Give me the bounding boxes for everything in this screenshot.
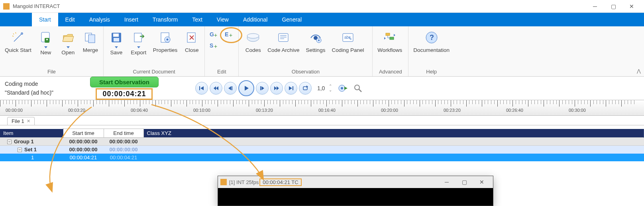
step-back-button[interactable] xyxy=(224,82,237,95)
quick-start-button[interactable]: Quick Start xyxy=(2,29,35,54)
merge-button[interactable]: Merge xyxy=(79,29,102,54)
workflows-icon xyxy=(382,30,398,46)
file-tab-1[interactable]: File 1 ✕ xyxy=(7,117,35,125)
close-file-icon xyxy=(184,30,200,46)
new-set-button[interactable]: S+ xyxy=(209,41,219,51)
ruler-tick-label: 00:26:40 xyxy=(506,108,523,113)
workflows-button[interactable]: Workflows xyxy=(374,29,405,54)
coding-panel-button[interactable]: abc Coding Panel xyxy=(328,29,367,54)
export-button[interactable]: Export xyxy=(128,29,150,56)
step-forward-button[interactable] xyxy=(256,82,269,95)
documentation-button[interactable]: ? Documentation xyxy=(410,29,453,54)
set-name: Set 1 xyxy=(24,147,37,153)
goto-end-button[interactable] xyxy=(285,82,297,95)
new-button[interactable]: New xyxy=(35,29,57,56)
collapse-toggle-icon[interactable]: − xyxy=(7,140,12,144)
app-icon xyxy=(3,3,10,10)
goto-start-button[interactable] xyxy=(195,82,208,95)
tab-view[interactable]: View xyxy=(210,13,236,26)
tab-general[interactable]: General xyxy=(275,13,309,26)
tab-text[interactable]: Text xyxy=(185,13,210,26)
group-start: 00:00:00:00 xyxy=(63,138,104,146)
video-window-timecode: 00:00:04:21 TC xyxy=(259,178,301,186)
sub-maximize-button[interactable]: ▢ xyxy=(456,176,473,188)
rewind-button[interactable] xyxy=(210,82,222,95)
properties-icon xyxy=(157,30,173,46)
tab-edit[interactable]: Edit xyxy=(58,13,82,26)
sub-minimize-button[interactable]: ─ xyxy=(438,176,456,188)
settings-button[interactable]: Settings xyxy=(303,29,329,54)
table-row-group[interactable]: −Group 1 00:00:00:00 00:00:00:00 xyxy=(0,138,644,146)
search-button[interactable] xyxy=(353,82,363,95)
close-button[interactable]: ✕ xyxy=(622,0,641,13)
file-tabs: File 1 ✕ xyxy=(0,116,644,125)
group-end: 00:00:00:00 xyxy=(104,138,143,146)
codes-icon xyxy=(245,30,261,46)
play-button[interactable] xyxy=(238,80,254,96)
properties-button[interactable]: Properties xyxy=(150,29,181,54)
open-button[interactable]: Open xyxy=(57,29,79,56)
tab-start[interactable]: Start xyxy=(32,13,58,26)
archive-icon xyxy=(275,30,291,46)
header-end-time[interactable]: End time xyxy=(104,129,143,138)
ruler-tick-label: 00:20:00 xyxy=(381,108,398,113)
set-start: 00:00:00:00 xyxy=(63,146,104,154)
svg-rect-51 xyxy=(293,86,293,90)
svg-point-55 xyxy=(341,87,343,89)
dropdown-icon xyxy=(137,46,140,49)
header-start-time[interactable]: Start time xyxy=(63,129,104,138)
svg-marker-43 xyxy=(228,86,231,90)
new-group-button[interactable]: G+ xyxy=(209,30,219,40)
video-window-body xyxy=(218,188,493,206)
data-table: Item Start time End time Class XYZ −Grou… xyxy=(0,129,644,161)
speed-down-icon[interactable]: ⌄ xyxy=(328,88,333,92)
event-start: 00:00:04:21 xyxy=(63,154,104,162)
tab-additional[interactable]: Additional xyxy=(236,13,275,26)
collapse-toggle-icon[interactable]: − xyxy=(18,148,22,152)
fast-forward-button[interactable] xyxy=(270,82,283,95)
codes-button[interactable]: Codes xyxy=(242,29,264,54)
save-button[interactable]: Save xyxy=(105,29,128,56)
code-archive-button[interactable]: Code Archive xyxy=(264,29,302,54)
group-file-label: File xyxy=(2,67,102,76)
ruler-tick-label: 00:06:40 xyxy=(131,108,148,113)
svg-rect-39 xyxy=(199,86,200,90)
header-class[interactable]: Class XYZ xyxy=(143,129,644,138)
table-row-event[interactable]: 1 00:00:04:21 00:00:04:21 xyxy=(0,154,644,162)
header-item[interactable]: Item xyxy=(0,129,63,138)
group-current-document: Save Export Properties Close Current Doc… xyxy=(104,26,205,76)
play-settings-button[interactable] xyxy=(338,82,349,95)
close-label: Close xyxy=(185,47,199,53)
minimize-button[interactable]: ─ xyxy=(586,0,604,13)
start-observation-button[interactable]: Start Observation xyxy=(90,77,159,87)
maximize-button[interactable]: ▢ xyxy=(604,0,622,13)
code-archive-label: Code Archive xyxy=(267,47,299,53)
merge-icon xyxy=(82,30,98,46)
tab-insert[interactable]: Insert xyxy=(117,13,145,26)
svg-point-16 xyxy=(166,39,168,41)
video-window[interactable]: [1] INT 25fps 00:00:04:21 TC ─ ▢ ✕ xyxy=(218,176,493,206)
ruler-tick-label: 00:03:20 xyxy=(68,108,85,113)
video-window-titlebar[interactable]: [1] INT 25fps 00:00:04:21 TC ─ ▢ ✕ xyxy=(218,176,493,188)
new-label: New xyxy=(40,50,51,55)
timeline-ruler[interactable]: 00:00:0000:03:2000:06:4000:10:0000:13:20… xyxy=(0,100,644,116)
svg-marker-5 xyxy=(67,46,70,48)
group-advanced: Workflows Advanced xyxy=(373,26,408,76)
close-button-ribbon[interactable]: Close xyxy=(181,29,203,54)
tab-analysis[interactable]: Analysis xyxy=(82,13,117,26)
titlebar: Mangold INTERACT ─ ▢ ✕ xyxy=(0,0,644,13)
collapse-ribbon-button[interactable]: ⋀ xyxy=(637,68,641,74)
new-event-button[interactable]: E+ xyxy=(224,30,234,40)
close-file-tab-icon[interactable]: ✕ xyxy=(27,119,30,124)
group-currentdoc-label: Current Document xyxy=(105,67,203,76)
loop-button[interactable] xyxy=(299,82,312,95)
speed-stepper[interactable]: ⌃⌄ xyxy=(328,84,333,92)
svg-text:+: + xyxy=(214,32,217,38)
svg-marker-45 xyxy=(245,86,249,91)
svg-text:S: S xyxy=(210,42,213,49)
sub-close-button[interactable]: ✕ xyxy=(473,176,491,188)
table-row-set[interactable]: −Set 1 00:00:00:00 00:00:00:00 xyxy=(0,146,644,154)
svg-line-0 xyxy=(14,34,21,42)
open-folder-icon xyxy=(60,30,76,46)
tab-transform[interactable]: Transform xyxy=(145,13,185,26)
